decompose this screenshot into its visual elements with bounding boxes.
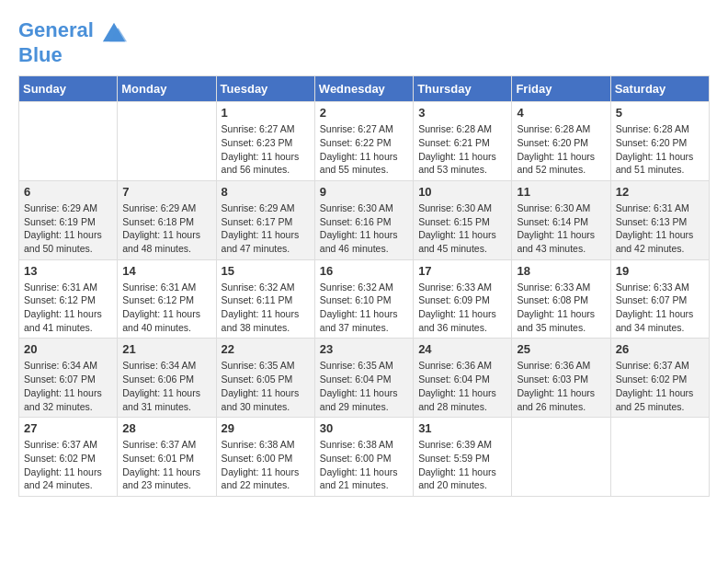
day-number: 20 [24,342,112,356]
calendar-cell: 31Sunrise: 6:39 AM Sunset: 5:59 PM Dayli… [414,418,512,497]
calendar-cell: 29Sunrise: 6:38 AM Sunset: 6:00 PM Dayli… [216,418,314,497]
day-info: Sunrise: 6:37 AM Sunset: 6:02 PM Dayligh… [616,359,704,413]
calendar-cell: 20Sunrise: 6:34 AM Sunset: 6:07 PM Dayli… [19,339,118,418]
calendar-cell: 14Sunrise: 6:31 AM Sunset: 6:12 PM Dayli… [118,259,216,339]
day-info: Sunrise: 6:33 AM Sunset: 6:07 PM Dayligh… [616,281,704,335]
calendar-cell: 10Sunrise: 6:30 AM Sunset: 6:15 PM Dayli… [414,180,512,259]
calendar-cell: 9Sunrise: 6:30 AM Sunset: 6:16 PM Daylig… [314,180,413,259]
day-number: 13 [24,264,112,278]
day-number: 23 [320,342,408,356]
calendar-cell: 12Sunrise: 6:31 AM Sunset: 6:13 PM Dayli… [610,180,709,259]
day-number: 11 [517,185,605,199]
calendar-cell: 17Sunrise: 6:33 AM Sunset: 6:09 PM Dayli… [414,259,512,339]
day-number: 27 [24,421,112,435]
calendar-cell: 19Sunrise: 6:33 AM Sunset: 6:07 PM Dayli… [610,259,709,339]
day-number: 16 [320,264,408,278]
day-number: 26 [616,342,704,356]
page-header: General Blue [18,18,710,66]
day-info: Sunrise: 6:31 AM Sunset: 6:13 PM Dayligh… [616,201,704,256]
calendar-cell: 4Sunrise: 6:28 AM Sunset: 6:20 PM Daylig… [512,102,610,181]
calendar-cell: 16Sunrise: 6:32 AM Sunset: 6:10 PM Dayli… [314,259,413,339]
weekday-header: Wednesday [314,76,413,102]
calendar-cell: 22Sunrise: 6:35 AM Sunset: 6:05 PM Dayli… [216,339,314,418]
calendar-table: SundayMondayTuesdayWednesdayThursdayFrid… [18,75,710,497]
day-info: Sunrise: 6:31 AM Sunset: 6:12 PM Dayligh… [24,281,112,335]
day-info: Sunrise: 6:29 AM Sunset: 6:18 PM Dayligh… [122,201,210,256]
logo-icon [101,18,127,44]
calendar-cell: 8Sunrise: 6:29 AM Sunset: 6:17 PM Daylig… [216,180,314,259]
calendar-cell [19,102,118,181]
day-info: Sunrise: 6:28 AM Sunset: 6:20 PM Dayligh… [616,122,704,177]
day-info: Sunrise: 6:39 AM Sunset: 5:59 PM Dayligh… [418,438,506,492]
weekday-header: Sunday [19,76,118,102]
day-number: 12 [616,185,704,199]
day-number: 8 [222,185,310,199]
calendar-cell: 6Sunrise: 6:29 AM Sunset: 6:19 PM Daylig… [19,180,118,259]
weekday-header: Saturday [610,76,709,102]
calendar-cell: 7Sunrise: 6:29 AM Sunset: 6:18 PM Daylig… [118,180,216,259]
calendar-cell: 21Sunrise: 6:34 AM Sunset: 6:06 PM Dayli… [118,339,216,418]
day-info: Sunrise: 6:33 AM Sunset: 6:09 PM Dayligh… [418,281,506,335]
day-info: Sunrise: 6:38 AM Sunset: 6:00 PM Dayligh… [320,438,408,492]
day-info: Sunrise: 6:36 AM Sunset: 6:03 PM Dayligh… [517,359,605,413]
weekday-header: Monday [118,76,216,102]
day-info: Sunrise: 6:34 AM Sunset: 6:06 PM Dayligh… [122,359,210,413]
calendar-cell: 1Sunrise: 6:27 AM Sunset: 6:23 PM Daylig… [216,102,314,181]
day-info: Sunrise: 6:37 AM Sunset: 6:02 PM Dayligh… [24,438,112,492]
calendar-cell [610,418,709,497]
day-number: 30 [320,421,408,435]
day-info: Sunrise: 6:28 AM Sunset: 6:21 PM Dayligh… [418,122,506,177]
day-number: 17 [418,264,506,278]
day-number: 25 [517,342,605,356]
calendar-cell: 13Sunrise: 6:31 AM Sunset: 6:12 PM Dayli… [19,259,118,339]
day-number: 15 [222,264,310,278]
day-info: Sunrise: 6:30 AM Sunset: 6:16 PM Dayligh… [320,201,408,256]
day-info: Sunrise: 6:36 AM Sunset: 6:04 PM Dayligh… [418,359,506,413]
day-number: 19 [616,264,704,278]
day-info: Sunrise: 6:37 AM Sunset: 6:01 PM Dayligh… [122,438,210,492]
day-info: Sunrise: 6:35 AM Sunset: 6:04 PM Dayligh… [320,359,408,413]
day-info: Sunrise: 6:30 AM Sunset: 6:14 PM Dayligh… [517,201,605,256]
day-number: 29 [222,421,310,435]
weekday-header: Tuesday [216,76,314,102]
day-info: Sunrise: 6:34 AM Sunset: 6:07 PM Dayligh… [24,359,112,413]
calendar-cell: 24Sunrise: 6:36 AM Sunset: 6:04 PM Dayli… [414,339,512,418]
logo: General Blue [18,18,127,66]
day-info: Sunrise: 6:27 AM Sunset: 6:23 PM Dayligh… [222,122,310,177]
calendar-cell: 15Sunrise: 6:32 AM Sunset: 6:11 PM Dayli… [216,259,314,339]
day-number: 21 [122,342,210,356]
day-number: 3 [418,106,506,120]
day-info: Sunrise: 6:31 AM Sunset: 6:12 PM Dayligh… [122,281,210,335]
day-number: 4 [517,106,605,120]
day-number: 31 [418,421,506,435]
day-info: Sunrise: 6:35 AM Sunset: 6:05 PM Dayligh… [222,359,310,413]
day-info: Sunrise: 6:32 AM Sunset: 6:10 PM Dayligh… [320,281,408,335]
day-number: 28 [122,421,210,435]
day-info: Sunrise: 6:28 AM Sunset: 6:20 PM Dayligh… [517,122,605,177]
day-number: 18 [517,264,605,278]
day-number: 1 [222,106,310,120]
logo-text: General [18,18,127,44]
day-number: 6 [24,185,112,199]
day-number: 14 [122,264,210,278]
day-number: 22 [222,342,310,356]
calendar-cell: 26Sunrise: 6:37 AM Sunset: 6:02 PM Dayli… [610,339,709,418]
day-number: 9 [320,185,408,199]
calendar-cell: 25Sunrise: 6:36 AM Sunset: 6:03 PM Dayli… [512,339,610,418]
day-number: 24 [418,342,506,356]
day-info: Sunrise: 6:27 AM Sunset: 6:22 PM Dayligh… [320,122,408,177]
calendar-cell: 3Sunrise: 6:28 AM Sunset: 6:21 PM Daylig… [414,102,512,181]
day-info: Sunrise: 6:33 AM Sunset: 6:08 PM Dayligh… [517,281,605,335]
day-number: 10 [418,185,506,199]
calendar-cell: 11Sunrise: 6:30 AM Sunset: 6:14 PM Dayli… [512,180,610,259]
calendar-cell: 30Sunrise: 6:38 AM Sunset: 6:00 PM Dayli… [314,418,413,497]
day-info: Sunrise: 6:30 AM Sunset: 6:15 PM Dayligh… [418,201,506,256]
weekday-header: Thursday [414,76,512,102]
calendar-cell [118,102,216,181]
weekday-header: Friday [512,76,610,102]
day-info: Sunrise: 6:29 AM Sunset: 6:19 PM Dayligh… [24,201,112,256]
calendar-cell: 28Sunrise: 6:37 AM Sunset: 6:01 PM Dayli… [118,418,216,497]
calendar-cell: 27Sunrise: 6:37 AM Sunset: 6:02 PM Dayli… [19,418,118,497]
calendar-cell [512,418,610,497]
calendar-cell: 5Sunrise: 6:28 AM Sunset: 6:20 PM Daylig… [610,102,709,181]
